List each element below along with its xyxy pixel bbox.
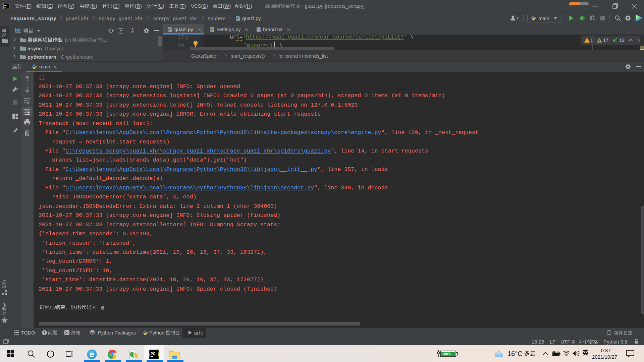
svg-text:PC: PC: [4, 4, 8, 7]
svg-text:e: e: [90, 350, 94, 359]
svg-text:PC: PC: [151, 352, 156, 356]
svg-text:100%: 100%: [442, 352, 451, 356]
